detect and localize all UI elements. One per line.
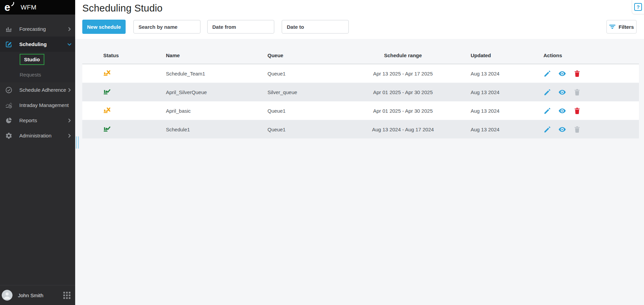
sidebar-nav: Forecasting Scheduling Studio Reque — [0, 15, 75, 285]
column-header-updated[interactable]: Updated — [471, 52, 543, 58]
sidebar-item-requests[interactable]: Requests — [0, 67, 75, 82]
actions-cell — [543, 107, 639, 115]
sidebar-item-intraday-management[interactable]: Intraday Management — [0, 97, 75, 113]
brand-logo-icon: e — [4, 2, 17, 13]
sidebar-item-label: Schedule Adherence — [19, 87, 66, 93]
brand-logo-letter: e — [4, 1, 10, 13]
page-header: Scheduling Studio New schedule Filters — [75, 0, 644, 39]
content-area: Status Name Queue Schedule range Updated… — [75, 39, 644, 139]
sidebar: e WFM Forecasting — [0, 0, 75, 305]
actions-cell — [543, 70, 639, 78]
schedule-range: Aug 13 2024 - Aug 17 2024 — [335, 127, 471, 132]
sidebar-item-administration[interactable]: Administration — [0, 128, 75, 143]
schedule-name: April_SilverQueue — [166, 89, 267, 95]
user-bar[interactable]: John Smith — [0, 285, 75, 305]
page-title: Scheduling Studio — [82, 3, 637, 14]
updated-date: Aug 13 2024 — [471, 108, 543, 114]
sidebar-item-label: Studio — [20, 54, 44, 65]
new-schedule-button[interactable]: New schedule — [82, 20, 126, 34]
bar-chart-icon — [5, 25, 13, 33]
date-from-input[interactable] — [207, 20, 274, 34]
queue-name: Queue1 — [267, 108, 335, 114]
intraday-chart-clock-icon — [5, 102, 13, 109]
chevron-right-icon — [68, 88, 71, 92]
edit-button[interactable] — [543, 70, 551, 78]
sidebar-item-forecasting[interactable]: Forecasting — [0, 21, 75, 37]
help-icon[interactable]: ? — [634, 3, 642, 11]
sidebar-item-reports[interactable]: Reports — [0, 113, 75, 128]
sidebar-item-scheduling[interactable]: Scheduling — [0, 37, 75, 52]
sidebar-item-label: Intraday Management — [19, 102, 69, 108]
view-button[interactable] — [558, 70, 566, 78]
status-warning-icon — [103, 107, 111, 114]
check-circle-icon — [5, 86, 13, 94]
chevron-right-icon — [68, 27, 71, 31]
sidebar-item-label: Reports — [19, 117, 37, 123]
status-cell — [103, 69, 166, 78]
column-header-schedule-range[interactable]: Schedule range — [335, 52, 471, 58]
chevron-down-icon — [67, 43, 72, 46]
status-cell — [103, 107, 166, 115]
view-button[interactable] — [558, 107, 566, 115]
updated-date: Aug 13 2024 — [471, 89, 543, 95]
delete-button[interactable] — [573, 126, 581, 133]
column-header-status[interactable]: Status — [103, 52, 166, 58]
sidebar-item-label: Scheduling — [19, 41, 47, 47]
edit-square-icon — [5, 41, 13, 48]
schedule-range: Apr 01 2025 - Apr 30 2025 — [335, 108, 471, 114]
user-name: John Smith — [18, 292, 63, 298]
actions-cell — [543, 88, 639, 96]
queue-name: Queue1 — [267, 71, 335, 77]
schedule-name: Schedule1 — [166, 127, 267, 132]
sidebar-item-label: Forecasting — [19, 26, 46, 32]
column-header-queue[interactable]: Queue — [267, 52, 335, 58]
product-name: WFM — [21, 4, 37, 11]
queue-name: Silver_queue — [267, 89, 335, 95]
updated-date: Aug 13 2024 — [471, 71, 543, 77]
delete-button[interactable] — [573, 70, 581, 78]
main-area: Scheduling Studio New schedule Filters — [75, 0, 644, 305]
table-row[interactable]: April_SilverQueue Silver_queue Apr 01 20… — [82, 83, 639, 102]
status-cell — [103, 125, 166, 134]
pie-chart-icon — [5, 117, 13, 124]
schedule-name: April_basic — [166, 108, 267, 114]
status-cell — [103, 88, 166, 96]
sidebar-item-label: Administration — [19, 133, 51, 138]
edit-button[interactable] — [543, 126, 551, 133]
brand-bar: e WFM — [0, 0, 75, 15]
column-header-name[interactable]: Name — [166, 52, 267, 58]
brand-logo-tick-icon — [11, 2, 15, 6]
date-to-input[interactable] — [282, 20, 349, 34]
edit-button[interactable] — [543, 88, 551, 96]
table-row[interactable]: Schedule1 Queue1 Aug 13 2024 - Aug 17 20… — [82, 120, 639, 139]
updated-date: Aug 13 2024 — [471, 127, 543, 132]
avatar — [2, 290, 13, 301]
scheduling-submenu: Studio Requests — [0, 52, 75, 82]
apps-grid-icon[interactable] — [63, 292, 70, 299]
status-ok-icon — [103, 88, 111, 95]
filters-button[interactable]: Filters — [606, 20, 637, 34]
view-button[interactable] — [558, 88, 566, 96]
gear-icon — [5, 132, 13, 139]
sidebar-item-studio[interactable]: Studio — [0, 52, 75, 67]
schedule-range: Apr 13 2025 - Apr 17 2025 — [335, 71, 471, 77]
column-header-actions: Actions — [543, 52, 639, 58]
toolbar: New schedule Filters — [82, 20, 637, 34]
table-body: Schedule_Team1 Queue1 Apr 13 2025 - Apr … — [82, 64, 639, 139]
view-button[interactable] — [558, 126, 566, 133]
sidebar-item-schedule-adherence[interactable]: Schedule Adherence — [0, 82, 75, 97]
queue-name: Queue1 — [267, 127, 335, 132]
table-row[interactable]: Schedule_Team1 Queue1 Apr 13 2025 - Apr … — [82, 64, 639, 83]
filter-funnel-icon — [609, 24, 616, 29]
delete-button[interactable] — [573, 107, 581, 115]
schedules-table: Status Name Queue Schedule range Updated… — [82, 47, 639, 139]
sidebar-resize-handle[interactable] — [76, 136, 79, 149]
help-widget[interactable]: ? — [632, 0, 644, 14]
search-by-name-input[interactable] — [133, 20, 200, 34]
schedule-range: Apr 01 2025 - Apr 30 2025 — [335, 89, 471, 95]
status-warning-icon — [103, 69, 111, 77]
delete-button[interactable] — [573, 88, 581, 96]
table-row[interactable]: April_basic Queue1 Apr 01 2025 - Apr 30 … — [82, 102, 639, 120]
edit-button[interactable] — [543, 107, 551, 115]
sidebar-item-label: Requests — [20, 72, 41, 78]
